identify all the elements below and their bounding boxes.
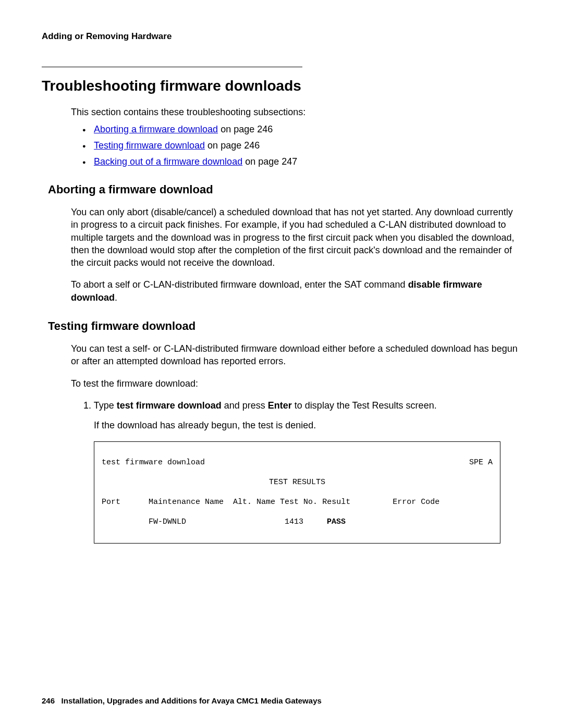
- terminal-title: TEST RESULTS: [102, 476, 493, 489]
- section-heading-aborting: Aborting a firmware download: [48, 183, 521, 196]
- terminal-command: test firmware download: [102, 456, 205, 469]
- text-fragment: and press: [222, 400, 268, 411]
- link-suffix: on page 246: [205, 140, 260, 151]
- terminal-headers: Port Maintenance Name Alt. Name Test No.…: [102, 496, 493, 509]
- terminal-output: test firmware download SPE A TEST RESULT…: [94, 441, 500, 544]
- terminal-spe: SPE A: [469, 456, 493, 469]
- link-testing[interactable]: Testing firmware download: [94, 140, 205, 151]
- link-aborting[interactable]: Aborting a firmware download: [94, 124, 218, 134]
- footer-doc-title: Installation, Upgrades and Additions for…: [62, 696, 322, 705]
- section-heading-testing: Testing firmware download: [48, 319, 521, 333]
- running-header: Adding or Removing Hardware: [42, 31, 521, 42]
- link-backing-out[interactable]: Backing out of a firmware download: [94, 156, 242, 167]
- subsection-links: Aborting a firmware download on page 246…: [94, 124, 521, 167]
- list-item: Testing firmware download on page 246: [94, 140, 521, 151]
- list-item: Backing out of a firmware download on pa…: [94, 156, 521, 167]
- text-fragment: To abort a self or C-LAN-distributed fir…: [71, 279, 408, 290]
- text-fragment: to display the Test Results screen.: [292, 400, 437, 411]
- text-fragment: .: [115, 292, 117, 303]
- testing-paragraph-1: You can test a self- or C-LAN-distribute…: [71, 342, 521, 368]
- step-list: 1. Type test firmware download and press…: [83, 399, 521, 412]
- list-item: Aborting a firmware download on page 246: [94, 124, 521, 135]
- terminal-data-row: FW-DWNLD 1413 PASS: [102, 516, 493, 528]
- intro-paragraph: This section contains these troubleshoot…: [71, 107, 521, 118]
- aborting-paragraph-2: To abort a self or C-LAN-distributed fir…: [71, 278, 521, 304]
- page-footer: 246 Installation, Upgrades and Additions…: [42, 696, 322, 705]
- step-1-note: If the download has already begun, the t…: [94, 419, 521, 431]
- link-suffix: on page 246: [218, 124, 273, 134]
- text-fragment: 1. Type: [83, 400, 117, 411]
- command-text: test firmware download: [117, 400, 222, 411]
- link-suffix: on page 247: [242, 156, 297, 167]
- step-1: 1. Type test firmware download and press…: [83, 399, 521, 412]
- section-rule: [42, 67, 302, 67]
- key-text: Enter: [268, 400, 292, 411]
- page-title: Troubleshooting firmware downloads: [42, 78, 521, 94]
- page-number: 246: [42, 696, 55, 705]
- aborting-paragraph-1: You can only abort (disable/cancel) a sc…: [71, 206, 521, 269]
- testing-paragraph-2: To test the firmware download:: [71, 377, 521, 390]
